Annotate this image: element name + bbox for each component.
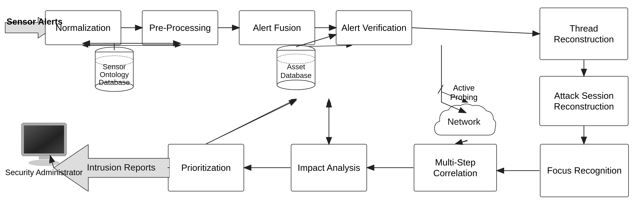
svg-point-34 — [277, 54, 315, 64]
svg-text:Ontology: Ontology — [100, 70, 129, 79]
svg-line-61 — [206, 100, 296, 144]
svg-rect-41 — [24, 126, 64, 154]
svg-point-33 — [277, 80, 315, 90]
preprocessing-box: Pre-Processing — [142, 10, 218, 45]
svg-line-49 — [412, 28, 539, 34]
svg-point-43 — [28, 160, 60, 166]
svg-line-63 — [438, 85, 443, 94]
asset-db: Asset Database — [272, 45, 320, 100]
impactanalysis-box: Impact Analysis — [291, 144, 367, 192]
active-probing-label: ActiveProbing — [450, 83, 478, 102]
security-admin-container: Security Administrator — [5, 121, 82, 177]
svg-line-7 — [412, 28, 539, 34]
prioritization-box: Prioritization — [168, 144, 244, 192]
sensor-ontology-db: Sensor Ontology Database — [90, 47, 138, 102]
diagram: Sensor Alerts Normalization Pre-Processi… — [0, 0, 644, 207]
svg-text:Asset: Asset — [287, 63, 305, 71]
svg-line-20 — [206, 99, 296, 144]
network-cloud: Network — [428, 100, 500, 147]
alertverification-box: Alert Verification — [336, 10, 412, 45]
svg-text:Database: Database — [99, 78, 130, 86]
svg-rect-42 — [39, 156, 49, 159]
multistep-box: Multi-Step Correlation — [414, 144, 497, 192]
security-admin-label: Security Administrator — [5, 168, 82, 177]
svg-text:Sensor: Sensor — [103, 63, 126, 71]
svg-text:Network: Network — [448, 116, 481, 127]
monitor-svg — [18, 121, 70, 166]
svg-text:Database: Database — [280, 71, 312, 80]
focusrecog-box: Focus Recognition — [540, 144, 629, 197]
sensor-alerts-label: Sensor Alerts — [6, 17, 62, 27]
normalization-box: Normalization — [45, 10, 121, 45]
svg-text:Intrusion Reports: Intrusion Reports — [87, 162, 156, 172]
threadrecon-box: Thread Reconstruction — [540, 8, 628, 60]
alertfusion-box: Alert Fusion — [239, 10, 315, 45]
attacksession-box: Attack Session Reconstruction — [540, 76, 628, 126]
